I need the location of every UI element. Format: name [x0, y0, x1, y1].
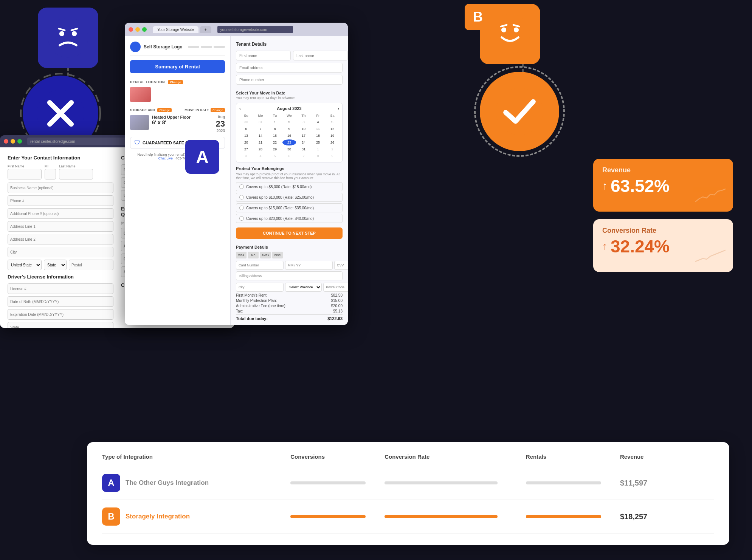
b-badge-top: B: [465, 4, 491, 30]
payment-title: Payment Details: [236, 245, 343, 249]
url-bar-b[interactable]: yourselfstoragewebsite.com: [217, 26, 293, 33]
cal-day[interactable]: 28: [254, 146, 267, 152]
cal-day[interactable]: 21: [254, 139, 267, 145]
cal-day[interactable]: 29: [268, 146, 282, 152]
cvv-input[interactable]: [334, 261, 348, 270]
license-input[interactable]: [8, 283, 113, 294]
cal-day[interactable]: 6: [239, 126, 253, 132]
dl-state-input[interactable]: [8, 322, 113, 328]
cal-day[interactable]: 12: [326, 126, 339, 132]
tenant-first-name[interactable]: [236, 51, 291, 60]
phone-input[interactable]: [8, 195, 113, 206]
address2-input[interactable]: [8, 234, 113, 244]
tenant-last-name[interactable]: [293, 51, 348, 60]
summary-btn[interactable]: Summary of Rental: [130, 60, 225, 73]
billing-city-input[interactable]: [236, 283, 284, 292]
cal-day[interactable]: 5: [326, 119, 339, 125]
insurance-option-4[interactable]: Covers up to $20,000 (Rate: $40.00/mo): [236, 214, 343, 223]
address1-input[interactable]: [8, 221, 113, 232]
mi-input[interactable]: [45, 169, 56, 179]
cal-day[interactable]: 30: [282, 146, 296, 152]
admin-fee-row: Administrative Fee (one time): $20.00: [236, 304, 343, 308]
minimize-dot-b[interactable]: [135, 27, 140, 32]
cal-day[interactable]: 7: [297, 153, 310, 159]
cal-header-sa: Sa: [326, 113, 339, 118]
prev-month-btn[interactable]: ‹: [239, 106, 241, 111]
cal-day[interactable]: 31: [297, 146, 310, 152]
close-dot-b[interactable]: [129, 27, 133, 32]
move-in-title: Select Your Move In Date: [236, 91, 343, 95]
cal-day[interactable]: 4: [311, 119, 325, 125]
cal-day[interactable]: 24: [297, 139, 310, 145]
cal-day[interactable]: 1: [311, 146, 325, 152]
active-tab-b[interactable]: Your Storage Website: [153, 26, 198, 33]
cal-day[interactable]: 30: [239, 119, 253, 125]
cal-day[interactable]: 2: [326, 146, 339, 152]
state-select[interactable]: State: [44, 260, 67, 270]
cal-day[interactable]: 16: [282, 133, 296, 139]
cal-day[interactable]: 19: [326, 133, 339, 139]
radio-3[interactable]: [239, 206, 244, 210]
maximize-dot[interactable]: [17, 139, 22, 144]
maximize-dot-b[interactable]: [142, 27, 147, 32]
expiry-input[interactable]: [285, 261, 333, 270]
last-name-input[interactable]: [59, 169, 93, 179]
city-input[interactable]: [8, 247, 113, 257]
cal-day[interactable]: 20: [239, 139, 253, 145]
cal-day[interactable]: 6: [282, 153, 296, 159]
cal-day[interactable]: 9: [282, 126, 296, 132]
tenant-phone[interactable]: [236, 75, 343, 85]
cal-day[interactable]: 26: [326, 139, 339, 145]
tenant-email[interactable]: [236, 63, 343, 73]
province-select[interactable]: Select Province: [285, 283, 322, 292]
country-select[interactable]: United State: [8, 260, 42, 270]
insurance-option-2[interactable]: Covers up to $10,000 (Rate: $25.00/mo): [236, 193, 343, 202]
cal-day[interactable]: 18: [311, 133, 325, 139]
cal-day[interactable]: 15: [268, 133, 282, 139]
cal-day[interactable]: 31: [254, 119, 267, 125]
row-b-badge: B: [102, 507, 120, 526]
minimize-dot[interactable]: [11, 139, 15, 144]
cal-day[interactable]: 13: [239, 133, 253, 139]
cal-day[interactable]: 11: [311, 126, 325, 132]
cal-day[interactable]: 10: [297, 126, 310, 132]
cal-day[interactable]: 14: [254, 133, 267, 139]
radio-2[interactable]: [239, 195, 244, 200]
cal-day[interactable]: 17: [297, 133, 310, 139]
browser-window-b: Your Storage Website + yourselfstoragewe…: [125, 23, 348, 325]
next-month-btn[interactable]: ›: [338, 106, 339, 111]
first-name-input[interactable]: [8, 169, 42, 179]
cal-day[interactable]: 2: [282, 119, 296, 125]
cal-day[interactable]: 7: [254, 126, 267, 132]
postal-input[interactable]: [69, 260, 113, 270]
card-number-input[interactable]: [236, 261, 284, 270]
cal-day[interactable]: 3: [239, 153, 253, 159]
expiration-input[interactable]: [8, 309, 113, 320]
insurance-option-3[interactable]: Covers up to $15,000 (Rate: $35.00/mo): [236, 203, 343, 212]
tab-b-2[interactable]: +: [200, 26, 211, 33]
cal-day-selected[interactable]: 23: [282, 139, 296, 145]
cal-day[interactable]: 25: [311, 139, 325, 145]
billing-address-input[interactable]: [236, 271, 343, 280]
cal-day[interactable]: 8: [311, 153, 325, 159]
cal-day[interactable]: 4: [254, 153, 267, 159]
insurance-option-1[interactable]: Covers up to $5,000 (Rate: $15.00/mo): [236, 182, 343, 191]
cal-day[interactable]: 5: [268, 153, 282, 159]
cal-day[interactable]: 22: [268, 139, 282, 145]
cal-day[interactable]: 27: [239, 146, 253, 152]
postal-code-input[interactable]: [323, 283, 348, 292]
radio-4[interactable]: [239, 216, 244, 221]
row-b-revenue: $18,257: [620, 512, 714, 521]
summary-panel: Self Storage Logo Summary of Rental RENT…: [125, 36, 231, 325]
cal-day[interactable]: 8: [268, 126, 282, 132]
chat-live-link[interactable]: Chat Live: [158, 156, 173, 160]
close-dot[interactable]: [4, 139, 8, 144]
continue-btn[interactable]: CONTINUE TO NEXT STEP: [236, 227, 343, 239]
dob-input[interactable]: [8, 296, 113, 307]
cal-day[interactable]: 1: [268, 119, 282, 125]
cal-day[interactable]: 3: [297, 119, 310, 125]
cal-day[interactable]: 9: [326, 153, 339, 159]
radio-1[interactable]: [239, 184, 244, 189]
additional-phone-input[interactable]: [8, 208, 113, 219]
business-name-input[interactable]: [8, 183, 113, 193]
